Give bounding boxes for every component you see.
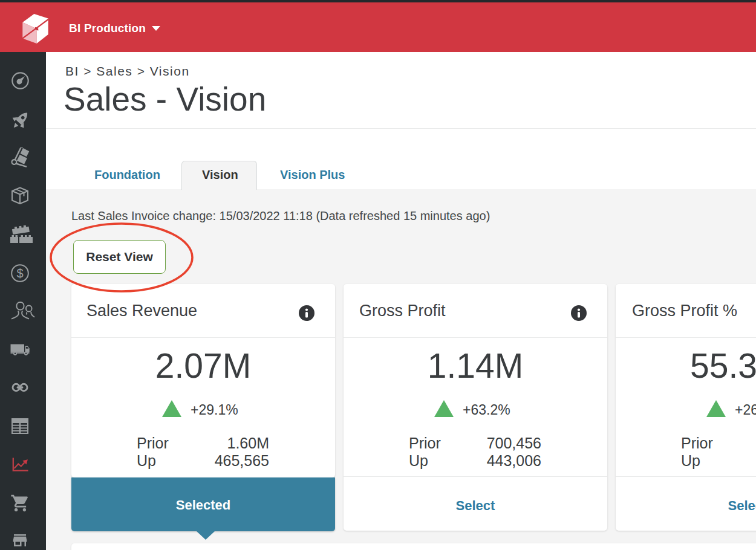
- svg-text:$: $: [16, 267, 23, 280]
